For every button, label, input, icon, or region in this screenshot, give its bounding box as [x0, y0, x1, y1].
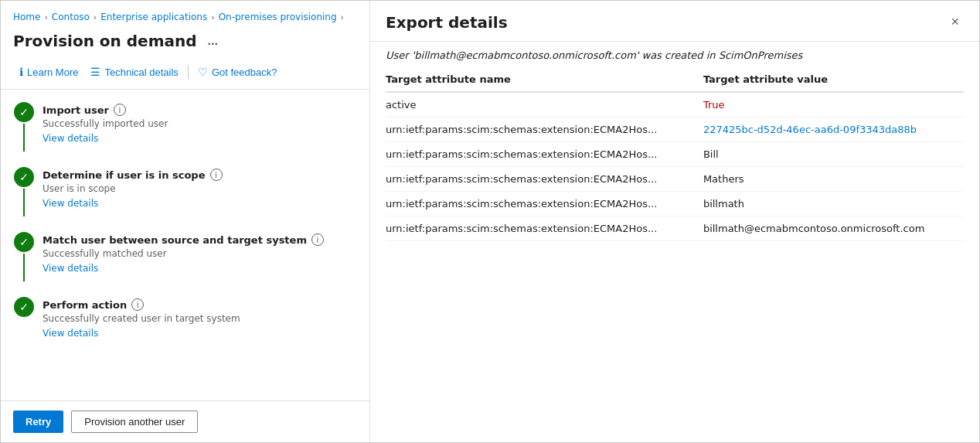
col-attr-name-header: Target attribute name: [386, 67, 703, 92]
step-title-3: Match user between source and target sys…: [43, 234, 307, 246]
toolbar-divider: [188, 65, 189, 79]
step-title-row-1: Import user i: [43, 104, 357, 116]
technical-details-label: Technical details: [104, 66, 178, 78]
step-connector-2: [23, 189, 25, 216]
got-feedback-label: Got feedback?: [212, 66, 277, 78]
info-circle-icon: ℹ: [19, 66, 23, 78]
step-match: ✓ Match user between source and target s…: [13, 232, 357, 281]
breadcrumb: Home › Contoso › Enterprise applications…: [1, 1, 369, 29]
step-connector-1: [23, 124, 25, 152]
step-view-details-3[interactable]: View details: [43, 263, 98, 274]
page-title-row: Provision on demand ...: [1, 29, 369, 58]
step-desc-4: Successfully created user in target syst…: [43, 313, 357, 324]
table-row: urn:ietf:params:scim:schemas:extension:E…: [386, 216, 964, 241]
breadcrumb-current: On-premises provisioning: [219, 12, 337, 22]
attr-value-cell: True: [703, 92, 964, 118]
step-info-icon-3: i: [311, 233, 324, 246]
step-perform-action: ✓ Perform action i Successfully created …: [13, 297, 357, 339]
technical-details-button[interactable]: ☰ Technical details: [84, 63, 184, 81]
step-connector-3: [23, 254, 25, 281]
step-check-1: ✓: [14, 102, 34, 122]
col-attr-value-header: Target attribute value: [703, 67, 964, 92]
step-view-details-4[interactable]: View details: [43, 328, 98, 339]
provision-another-button[interactable]: Provision another user: [71, 411, 198, 433]
attr-value-cell: billmath: [703, 192, 964, 216]
list-icon: ☰: [90, 66, 100, 78]
step-check-2: ✓: [14, 167, 34, 187]
toolbar: ℹ Learn More ☰ Technical details ♡ Got f…: [1, 58, 369, 90]
learn-more-button[interactable]: ℹ Learn More: [13, 63, 84, 81]
subtitle-suffix: was created in ScimOnPremises: [638, 49, 802, 61]
table-row: urn:ietf:params:scim:schemas:extension:E…: [386, 118, 964, 142]
step-content-2: Determine if user is in scope i User is …: [43, 167, 357, 209]
breadcrumb-sep-4: ›: [341, 12, 344, 22]
export-table-area: Target attribute name Target attribute v…: [370, 67, 979, 442]
step-check-3: ✓: [14, 232, 34, 252]
attr-value-cell: Mathers: [703, 167, 964, 192]
right-header: Export details ×: [370, 1, 979, 42]
step-scope: ✓ Determine if user is in scope i User i…: [13, 167, 357, 216]
subtitle-prefix: User: [386, 49, 412, 61]
step-content-4: Perform action i Successfully created us…: [43, 297, 357, 339]
ellipsis-button[interactable]: ...: [203, 32, 223, 49]
breadcrumb-enterprise-apps[interactable]: Enterprise applications: [100, 12, 207, 22]
step-import-user: ✓ Import user i Successfully imported us…: [13, 102, 357, 152]
table-row: urn:ietf:params:scim:schemas:extension:E…: [386, 167, 964, 192]
step-info-icon-2: i: [210, 169, 223, 181]
step-info-icon-4: i: [131, 298, 144, 311]
attr-name-cell: urn:ietf:params:scim:schemas:extension:E…: [386, 216, 703, 241]
step-view-details-1[interactable]: View details: [43, 133, 98, 144]
step-desc-3: Successfully matched user: [43, 248, 357, 259]
breadcrumb-contoso[interactable]: Contoso: [52, 12, 90, 22]
breadcrumb-home[interactable]: Home: [13, 12, 40, 22]
bottom-bar: Retry Provision another user: [1, 400, 369, 442]
close-button[interactable]: ×: [946, 13, 964, 30]
step-desc-1: Successfully imported user: [43, 118, 357, 129]
breadcrumb-sep-1: ›: [44, 12, 47, 22]
attr-value-cell: billmath@ecmabmcontoso.onmicrosoft.com: [703, 216, 964, 241]
breadcrumb-sep-3: ›: [211, 12, 214, 22]
left-panel: Home › Contoso › Enterprise applications…: [1, 1, 370, 442]
attr-value-cell: 227425bc-d52d-46ec-aa6d-09f3343da88b: [703, 118, 964, 142]
step-line-col-2: ✓: [13, 167, 35, 216]
attr-value-cell: Bill: [703, 142, 964, 167]
step-check-4: ✓: [14, 297, 34, 317]
step-line-col-4: ✓: [13, 297, 35, 317]
main-container: Home › Contoso › Enterprise applications…: [0, 0, 980, 443]
step-content-1: Import user i Successfully imported user…: [43, 102, 357, 144]
right-panel: Export details × User 'billmath@ecmabmco…: [370, 1, 979, 442]
export-table: Target attribute name Target attribute v…: [386, 67, 964, 241]
breadcrumb-sep-2: ›: [94, 12, 97, 22]
attr-name-cell: urn:ietf:params:scim:schemas:extension:E…: [386, 142, 703, 167]
page-title: Provision on demand: [13, 32, 197, 50]
step-info-icon-1: i: [114, 104, 126, 116]
attr-name-cell: urn:ietf:params:scim:schemas:extension:E…: [386, 167, 703, 192]
attr-name-cell: urn:ietf:params:scim:schemas:extension:E…: [386, 118, 703, 142]
heart-icon: ♡: [198, 66, 208, 78]
right-title: Export details: [386, 13, 508, 32]
table-row: urn:ietf:params:scim:schemas:extension:E…: [386, 142, 964, 167]
got-feedback-button[interactable]: ♡ Got feedback?: [192, 63, 284, 81]
retry-button[interactable]: Retry: [13, 411, 63, 433]
step-line-col-1: ✓: [13, 102, 35, 152]
step-title-1: Import user: [43, 104, 109, 116]
step-line-col-3: ✓: [13, 232, 35, 281]
attr-name-cell: active: [386, 92, 703, 118]
right-subtitle: User 'billmath@ecmabmcontoso.onmicrosoft…: [370, 42, 979, 67]
step-content-3: Match user between source and target sys…: [43, 232, 357, 274]
step-title-4: Perform action: [43, 299, 127, 311]
step-title-row-2: Determine if user is in scope i: [43, 169, 357, 181]
subtitle-user: 'billmath@ecmabmcontoso.onmicrosoft.com': [412, 49, 639, 61]
step-view-details-2[interactable]: View details: [43, 198, 98, 209]
steps-area: ✓ Import user i Successfully imported us…: [1, 90, 369, 400]
learn-more-label: Learn More: [27, 66, 78, 78]
step-desc-2: User is in scope: [43, 183, 357, 194]
table-row: urn:ietf:params:scim:schemas:extension:E…: [386, 192, 964, 216]
attr-name-cell: urn:ietf:params:scim:schemas:extension:E…: [386, 192, 703, 216]
step-title-row-3: Match user between source and target sys…: [43, 233, 357, 246]
step-title-2: Determine if user is in scope: [43, 169, 206, 181]
step-title-row-4: Perform action i: [43, 298, 357, 311]
table-header-row: Target attribute name Target attribute v…: [386, 67, 964, 92]
table-row: activeTrue: [386, 92, 964, 118]
